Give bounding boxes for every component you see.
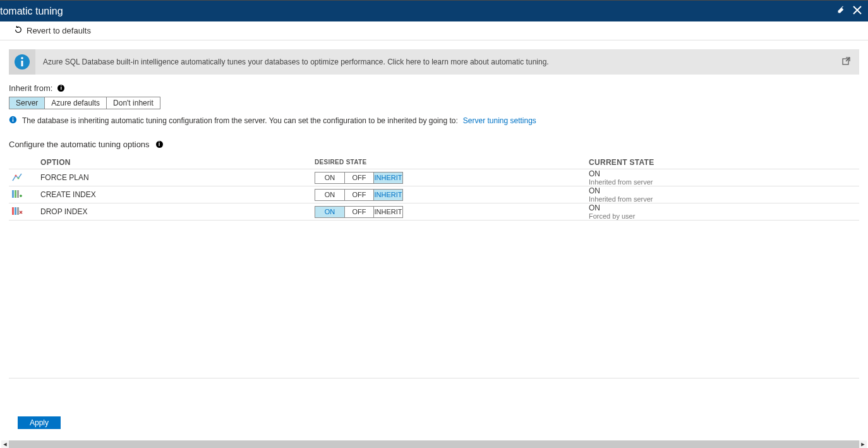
create-index-icon	[9, 189, 40, 201]
option-label: FORCE PLAN	[40, 173, 315, 182]
info-text: Azure SQL Database built-in intelligence…	[35, 58, 842, 66]
apply-button[interactable]: Apply	[18, 416, 61, 429]
desired-state-option[interactable]: OFF	[344, 190, 373, 200]
info-small-icon	[9, 116, 17, 126]
close-icon[interactable]	[853, 6, 862, 16]
svg-rect-10	[15, 190, 16, 198]
toolbar: Revert to defaults	[0, 21, 868, 40]
revert-to-defaults-button[interactable]: Revert to defaults	[14, 25, 91, 36]
current-state: ONForced by user	[589, 203, 859, 220]
current-state: ONInherited from server	[589, 169, 859, 186]
desired-state-option[interactable]: INHERIT	[373, 190, 402, 200]
svg-point-8	[18, 177, 20, 179]
pin-icon[interactable]	[836, 6, 845, 16]
desired-state-option[interactable]: INHERIT	[373, 173, 402, 183]
inherit-option[interactable]: Server	[9, 97, 44, 109]
inherit-option[interactable]: Azure defaults	[44, 97, 106, 109]
current-state: ONInherited from server	[589, 186, 859, 203]
desired-state-option[interactable]: ON	[315, 207, 344, 217]
blade-title: tomatic tuning	[0, 6, 63, 17]
info-banner[interactable]: Azure SQL Database built-in intelligence…	[9, 49, 859, 75]
content: Azure SQL Database built-in intelligence…	[0, 40, 868, 221]
blade-header: tomatic tuning	[0, 1, 868, 21]
svg-rect-13	[15, 207, 16, 215]
header-option: OPTION	[40, 158, 315, 167]
drop-index-icon	[9, 206, 40, 218]
revert-icon	[14, 25, 23, 36]
desired-state-toggle: ONOFFINHERIT	[315, 206, 589, 218]
desired-state-toggle: ONOFFINHERIT	[315, 172, 589, 184]
option-label: DROP INDEX	[40, 207, 315, 216]
blade-root: tomatic tuning	[0, 0, 868, 448]
options-table: OPTION DESIRED STATE CURRENT STATE FORCE…	[9, 155, 859, 221]
header-desired: DESIRED STATE	[315, 159, 589, 166]
svg-point-2	[21, 57, 23, 59]
table-row: DROP INDEXONOFFINHERITONForced by user	[9, 203, 859, 221]
svg-rect-1	[21, 61, 23, 66]
svg-point-7	[15, 174, 17, 176]
blade-actions	[836, 6, 862, 16]
table-row: FORCE PLANONOFFINHERITONInherited from s…	[9, 169, 859, 186]
option-label: CREATE INDEX	[40, 190, 315, 199]
desired-state-option[interactable]: INHERIT	[373, 207, 402, 217]
inherit-status-text: The database is inheriting automatic tun…	[22, 116, 458, 125]
header-current: CURRENT STATE	[589, 158, 859, 167]
desired-state-option[interactable]: ON	[315, 190, 344, 200]
help-icon[interactable]: i	[57, 85, 64, 92]
desired-state-option[interactable]: OFF	[344, 207, 373, 217]
inherit-toggle: ServerAzure defaultsDon't inherit	[9, 97, 160, 109]
inherit-from-label-row: Inherit from: i	[9, 83, 859, 93]
scroll-right-arrow[interactable]: ►	[859, 441, 867, 447]
info-icon	[9, 49, 35, 75]
svg-rect-14	[17, 207, 19, 215]
desired-state-option[interactable]: ON	[315, 173, 344, 183]
footer-separator	[9, 378, 859, 378]
inherit-option[interactable]: Don't inherit	[106, 97, 160, 109]
inherit-from-label: Inherit from:	[9, 83, 52, 93]
help-icon[interactable]: i	[156, 141, 163, 148]
horizontal-scrollbar[interactable]: ◄ ►	[1, 440, 867, 448]
popout-icon[interactable]	[842, 57, 850, 67]
server-tuning-settings-link[interactable]: Server tuning settings	[463, 116, 536, 125]
svg-point-6	[13, 118, 14, 119]
svg-rect-12	[12, 207, 14, 215]
svg-rect-5	[13, 119, 13, 122]
revert-label: Revert to defaults	[27, 26, 91, 35]
scroll-left-arrow[interactable]: ◄	[1, 441, 9, 447]
configure-label-row: Configure the automatic tuning options i	[9, 140, 859, 149]
svg-rect-9	[12, 190, 14, 198]
scroll-track[interactable]	[9, 440, 859, 448]
inherit-status-line: The database is inheriting automatic tun…	[9, 116, 859, 126]
table-header: OPTION DESIRED STATE CURRENT STATE	[9, 155, 859, 169]
table-row: CREATE INDEXONOFFINHERITONInherited from…	[9, 186, 859, 203]
configure-label: Configure the automatic tuning options	[9, 140, 150, 149]
force-plan-icon	[9, 172, 40, 184]
svg-rect-11	[17, 190, 19, 198]
desired-state-option[interactable]: OFF	[344, 173, 373, 183]
desired-state-toggle: ONOFFINHERIT	[315, 189, 589, 201]
